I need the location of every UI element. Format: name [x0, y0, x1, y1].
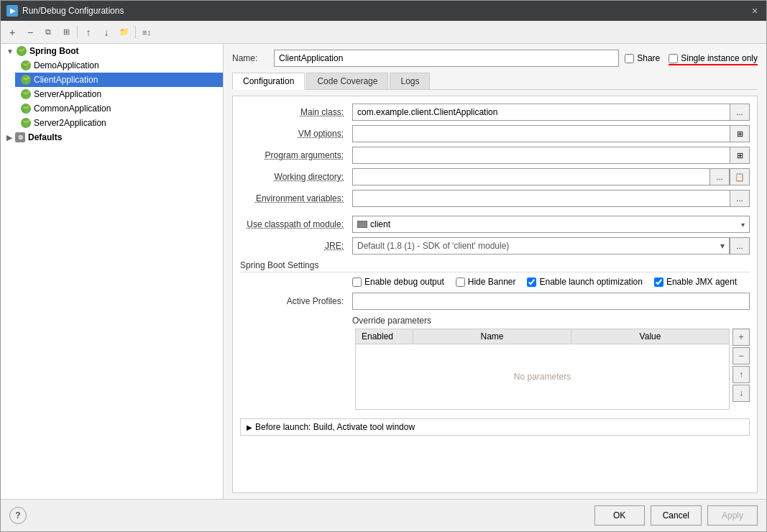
- help-button[interactable]: ?: [9, 507, 27, 524]
- working-dir-expand-btn[interactable]: 📋: [730, 168, 750, 185]
- vm-options-input-group: ⊞: [352, 125, 750, 142]
- share-checkbox[interactable]: [625, 54, 634, 63]
- jre-input-group: Default (1.8 (1) - SDK of 'client' modul…: [352, 237, 750, 254]
- override-remove-btn[interactable]: −: [732, 347, 750, 364]
- main-class-label: Main class:: [240, 107, 348, 117]
- config-form: Main class: … VM options: ⊞ Prog: [232, 96, 758, 493]
- main-class-row: Main class: …: [240, 104, 750, 121]
- copy-config-button[interactable]: ⧉: [40, 24, 57, 41]
- remove-config-button[interactable]: −: [22, 24, 39, 41]
- enable-jmx-label[interactable]: Enable JMX agent: [654, 277, 737, 287]
- jre-dropdown[interactable]: Default (1.8 (1) - SDK of 'client' modul…: [352, 237, 730, 254]
- env-vars-input-group: …: [352, 190, 750, 207]
- spring-boot-children: 🌱 DemoApplication 🌱 ClientApplication 🌱 …: [1, 58, 223, 130]
- apply-button[interactable]: Apply: [707, 505, 758, 526]
- tab-logs[interactable]: Logs: [390, 73, 430, 89]
- before-launch-header[interactable]: ▶ Before launch: Build, Activate tool wi…: [247, 422, 743, 432]
- folder-button[interactable]: 📁: [116, 24, 133, 41]
- env-vars-input[interactable]: [352, 190, 730, 207]
- tab-configuration[interactable]: Configuration: [232, 73, 305, 90]
- override-spacer: [240, 329, 352, 410]
- move-down-button[interactable]: ↓: [98, 24, 115, 41]
- override-down-btn[interactable]: ↓: [732, 385, 750, 402]
- main-class-browse-btn[interactable]: …: [730, 104, 750, 121]
- hide-banner-checkbox[interactable]: [456, 278, 465, 287]
- env-vars-label: Environment variables:: [240, 193, 348, 203]
- server2-label: Server2Application: [34, 118, 106, 128]
- program-args-expand-btn[interactable]: ⊞: [730, 147, 750, 164]
- working-dir-browse-btn[interactable]: …: [709, 168, 730, 185]
- col-enabled: Enabled: [356, 329, 413, 344]
- jre-label: JRE:: [240, 241, 348, 251]
- name-row: Name: Share Single instance only: [232, 50, 758, 67]
- program-args-row: Program arguments: ⊞: [240, 147, 750, 164]
- jre-browse-btn[interactable]: …: [730, 237, 750, 254]
- single-instance-checkbox[interactable]: [669, 54, 678, 63]
- before-launch-section: ▶ Before launch: Build, Activate tool wi…: [240, 418, 750, 436]
- main-class-input[interactable]: [352, 104, 730, 121]
- working-dir-input[interactable]: [352, 168, 709, 185]
- enable-launch-label[interactable]: Enable launch optimization: [527, 277, 642, 287]
- active-profiles-input[interactable]: [352, 293, 750, 310]
- active-profiles-label: Active Profiles:: [240, 296, 348, 306]
- ok-button[interactable]: OK: [594, 505, 645, 526]
- main-class-input-group: …: [352, 104, 750, 121]
- jre-dropdown-icon: ▾: [720, 241, 725, 251]
- share-config-button[interactable]: ⊞: [58, 24, 75, 41]
- tree-item-server2[interactable]: 🌱 Server2Application: [15, 116, 223, 130]
- spring-boot-group[interactable]: ▼ 🌱 Spring Boot: [1, 44, 223, 58]
- enable-jmx-checkbox[interactable]: [654, 278, 663, 287]
- toolbar-separator: [77, 26, 78, 39]
- program-args-input[interactable]: [352, 147, 730, 164]
- tree-item-common[interactable]: 🌱 CommonApplication: [15, 101, 223, 116]
- tree-item-client[interactable]: 🌱 ClientApplication: [15, 73, 223, 87]
- classpath-value: client: [357, 219, 390, 229]
- vm-options-input[interactable]: [352, 125, 730, 142]
- toolbar-separator2: [135, 26, 136, 39]
- single-instance-checkbox-label[interactable]: Single instance only: [669, 53, 758, 63]
- override-up-btn[interactable]: ↑: [732, 366, 750, 383]
- override-table-container: Enabled Name Value No parameters + − ↑: [240, 329, 750, 410]
- classpath-dropdown[interactable]: client ▾: [352, 216, 750, 233]
- jre-row: JRE: Default (1.8 (1) - SDK of 'client' …: [240, 237, 750, 254]
- enable-debug-checkbox[interactable]: [352, 278, 362, 287]
- client-label: ClientApplication: [34, 75, 98, 85]
- name-input[interactable]: [274, 50, 619, 67]
- override-title: Override parameters: [352, 316, 431, 326]
- right-panel: Name: Share Single instance only Configu…: [224, 44, 766, 499]
- vm-options-label: VM options:: [240, 129, 348, 139]
- env-vars-browse-btn[interactable]: …: [730, 190, 750, 207]
- tree-item-demo[interactable]: 🌱 DemoApplication: [15, 58, 223, 73]
- common-icon: 🌱: [21, 104, 31, 114]
- tabs: Configuration Code Coverage Logs: [232, 73, 758, 90]
- move-up-button[interactable]: ↑: [80, 24, 97, 41]
- jre-value: Default (1.8 (1) - SDK of 'client' modul…: [357, 241, 509, 251]
- tab-coverage[interactable]: Code Coverage: [306, 73, 388, 89]
- spring-boot-icon: 🌱: [17, 46, 27, 56]
- defaults-icon: ⚙: [15, 132, 25, 142]
- server-label: ServerApplication: [34, 89, 101, 99]
- sort-button[interactable]: ≡↕: [138, 24, 155, 41]
- override-body: No parameters: [356, 344, 729, 409]
- enable-debug-label[interactable]: Enable debug output: [352, 277, 444, 287]
- override-add-btn[interactable]: +: [732, 329, 750, 346]
- bottom-bar: ? OK Cancel Apply: [1, 499, 766, 531]
- spring-boot-checkboxes: Enable debug output Hide Banner Enable l…: [352, 277, 750, 287]
- tree-item-server[interactable]: 🌱 ServerApplication: [15, 87, 223, 101]
- program-args-input-group: ⊞: [352, 147, 750, 164]
- dialog-icon: ▶: [6, 5, 18, 17]
- classpath-row: Use classpath of module: client ▾: [240, 216, 750, 233]
- enable-launch-checkbox[interactable]: [527, 278, 536, 287]
- cancel-button[interactable]: Cancel: [651, 505, 702, 526]
- add-config-button[interactable]: +: [4, 24, 21, 41]
- run-debug-dialog: ▶ Run/Debug Configurations × + − ⧉ ⊞ ↑ ↓…: [0, 0, 767, 532]
- override-title-row: Override parameters: [352, 316, 750, 326]
- hide-banner-label[interactable]: Hide Banner: [456, 277, 516, 287]
- defaults-label: Defaults: [28, 132, 62, 142]
- defaults-group[interactable]: ▶ ⚙ Defaults: [1, 130, 223, 145]
- vm-options-expand-btn[interactable]: ⊞: [730, 125, 750, 142]
- before-launch-text: Before launch: Build, Activate tool wind…: [255, 422, 415, 432]
- close-button[interactable]: ×: [749, 5, 761, 17]
- col-name: Name: [413, 329, 571, 344]
- share-checkbox-label[interactable]: Share: [625, 53, 660, 63]
